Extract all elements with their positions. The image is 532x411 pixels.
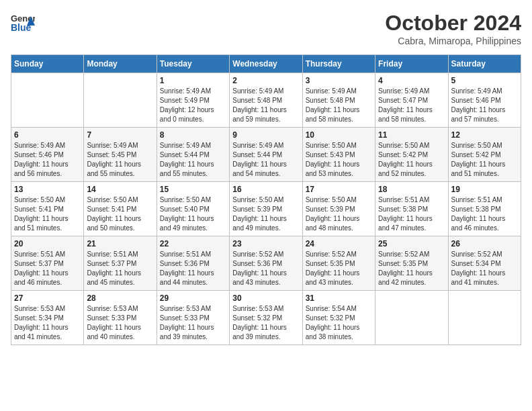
day-number: 25 xyxy=(378,239,445,248)
calendar-table: Sunday Monday Tuesday Wednesday Thursday… xyxy=(11,54,521,345)
table-row: 7Sunrise: 5:49 AM Sunset: 5:45 PM Daylig… xyxy=(84,128,157,182)
page-subtitle: Cabra, Mimaropa, Philippines xyxy=(385,36,521,46)
table-row: 31Sunrise: 5:54 AM Sunset: 5:32 PM Dayli… xyxy=(302,291,375,345)
table-row: 24Sunrise: 5:52 AM Sunset: 5:35 PM Dayli… xyxy=(302,236,375,291)
day-number: 7 xyxy=(87,130,153,140)
day-number: 20 xyxy=(14,239,81,248)
col-thursday: Thursday xyxy=(302,55,375,73)
table-row: 2Sunrise: 5:49 AM Sunset: 5:48 PM Daylig… xyxy=(230,73,302,128)
calendar-week-row: 1Sunrise: 5:49 AM Sunset: 5:49 PM Daylig… xyxy=(11,73,521,128)
table-row: 17Sunrise: 5:50 AM Sunset: 5:39 PM Dayli… xyxy=(302,182,375,236)
day-number: 3 xyxy=(306,76,372,85)
table-row: 29Sunrise: 5:53 AM Sunset: 5:33 PM Dayli… xyxy=(157,291,229,345)
day-info: Sunrise: 5:53 AM Sunset: 5:33 PM Dayligh… xyxy=(87,304,153,342)
day-number: 18 xyxy=(378,185,445,194)
day-info: Sunrise: 5:50 AM Sunset: 5:41 PM Dayligh… xyxy=(14,195,81,233)
calendar-week-row: 13Sunrise: 5:50 AM Sunset: 5:41 PM Dayli… xyxy=(11,182,521,236)
day-info: Sunrise: 5:49 AM Sunset: 5:49 PM Dayligh… xyxy=(160,87,226,124)
table-row xyxy=(448,291,521,345)
table-row: 5Sunrise: 5:49 AM Sunset: 5:46 PM Daylig… xyxy=(448,73,521,128)
table-row: 3Sunrise: 5:49 AM Sunset: 5:48 PM Daylig… xyxy=(302,73,375,128)
day-info: Sunrise: 5:51 AM Sunset: 5:38 PM Dayligh… xyxy=(451,195,518,233)
day-number: 13 xyxy=(14,185,81,194)
day-number: 17 xyxy=(306,185,372,194)
day-info: Sunrise: 5:49 AM Sunset: 5:46 PM Dayligh… xyxy=(14,141,81,179)
day-info: Sunrise: 5:52 AM Sunset: 5:34 PM Dayligh… xyxy=(451,250,518,287)
table-row: 21Sunrise: 5:51 AM Sunset: 5:37 PM Dayli… xyxy=(84,236,157,291)
page-header: General Blue October 2024 Cabra, Mimarop… xyxy=(11,11,521,46)
table-row: 1Sunrise: 5:49 AM Sunset: 5:49 PM Daylig… xyxy=(157,73,229,128)
table-row: 19Sunrise: 5:51 AM Sunset: 5:38 PM Dayli… xyxy=(448,182,521,236)
day-number: 9 xyxy=(232,130,299,140)
day-info: Sunrise: 5:50 AM Sunset: 5:39 PM Dayligh… xyxy=(232,195,299,233)
table-row: 27Sunrise: 5:53 AM Sunset: 5:34 PM Dayli… xyxy=(11,291,84,345)
day-number: 1 xyxy=(160,76,226,85)
col-tuesday: Tuesday xyxy=(157,55,229,73)
day-info: Sunrise: 5:52 AM Sunset: 5:35 PM Dayligh… xyxy=(378,250,445,287)
day-number: 21 xyxy=(87,239,153,248)
table-row: 13Sunrise: 5:50 AM Sunset: 5:41 PM Dayli… xyxy=(11,182,84,236)
day-info: Sunrise: 5:49 AM Sunset: 5:48 PM Dayligh… xyxy=(232,87,299,124)
day-info: Sunrise: 5:51 AM Sunset: 5:38 PM Dayligh… xyxy=(378,195,445,233)
col-sunday: Sunday xyxy=(11,55,84,73)
table-row: 8Sunrise: 5:49 AM Sunset: 5:44 PM Daylig… xyxy=(157,128,229,182)
day-info: Sunrise: 5:49 AM Sunset: 5:45 PM Dayligh… xyxy=(87,141,153,179)
col-friday: Friday xyxy=(375,55,448,73)
table-row: 4Sunrise: 5:49 AM Sunset: 5:47 PM Daylig… xyxy=(375,73,448,128)
day-number: 16 xyxy=(232,185,299,194)
day-info: Sunrise: 5:52 AM Sunset: 5:35 PM Dayligh… xyxy=(306,250,372,287)
day-info: Sunrise: 5:51 AM Sunset: 5:36 PM Dayligh… xyxy=(160,250,226,287)
day-number: 14 xyxy=(87,185,153,194)
day-info: Sunrise: 5:50 AM Sunset: 5:43 PM Dayligh… xyxy=(306,141,372,179)
day-info: Sunrise: 5:49 AM Sunset: 5:46 PM Dayligh… xyxy=(451,87,518,124)
day-info: Sunrise: 5:53 AM Sunset: 5:32 PM Dayligh… xyxy=(232,304,299,342)
day-info: Sunrise: 5:51 AM Sunset: 5:37 PM Dayligh… xyxy=(87,250,153,287)
table-row: 12Sunrise: 5:50 AM Sunset: 5:42 PM Dayli… xyxy=(448,128,521,182)
calendar-week-row: 20Sunrise: 5:51 AM Sunset: 5:37 PM Dayli… xyxy=(11,236,521,291)
table-row: 28Sunrise: 5:53 AM Sunset: 5:33 PM Dayli… xyxy=(84,291,157,345)
day-number: 24 xyxy=(306,239,372,248)
day-info: Sunrise: 5:50 AM Sunset: 5:40 PM Dayligh… xyxy=(160,195,226,233)
day-info: Sunrise: 5:49 AM Sunset: 5:47 PM Dayligh… xyxy=(378,87,445,124)
day-info: Sunrise: 5:50 AM Sunset: 5:42 PM Dayligh… xyxy=(451,141,518,179)
day-number: 10 xyxy=(306,130,372,140)
day-info: Sunrise: 5:54 AM Sunset: 5:32 PM Dayligh… xyxy=(306,304,372,342)
day-info: Sunrise: 5:51 AM Sunset: 5:37 PM Dayligh… xyxy=(14,250,81,287)
calendar-week-row: 27Sunrise: 5:53 AM Sunset: 5:34 PM Dayli… xyxy=(11,291,521,345)
day-info: Sunrise: 5:52 AM Sunset: 5:36 PM Dayligh… xyxy=(232,250,299,287)
day-number: 23 xyxy=(232,239,299,248)
day-info: Sunrise: 5:49 AM Sunset: 5:44 PM Dayligh… xyxy=(232,141,299,179)
day-number: 12 xyxy=(451,130,518,140)
day-number: 26 xyxy=(451,239,518,248)
table-row: 18Sunrise: 5:51 AM Sunset: 5:38 PM Dayli… xyxy=(375,182,448,236)
table-row: 14Sunrise: 5:50 AM Sunset: 5:41 PM Dayli… xyxy=(84,182,157,236)
day-info: Sunrise: 5:50 AM Sunset: 5:41 PM Dayligh… xyxy=(87,195,153,233)
table-row: 16Sunrise: 5:50 AM Sunset: 5:39 PM Dayli… xyxy=(230,182,302,236)
day-info: Sunrise: 5:49 AM Sunset: 5:44 PM Dayligh… xyxy=(160,141,226,179)
day-info: Sunrise: 5:50 AM Sunset: 5:42 PM Dayligh… xyxy=(378,141,445,179)
calendar-week-row: 6Sunrise: 5:49 AM Sunset: 5:46 PM Daylig… xyxy=(11,128,521,182)
table-row: 9Sunrise: 5:49 AM Sunset: 5:44 PM Daylig… xyxy=(230,128,302,182)
day-number: 28 xyxy=(87,293,153,303)
day-number: 15 xyxy=(160,185,226,194)
day-number: 19 xyxy=(451,185,518,194)
day-number: 22 xyxy=(160,239,226,248)
day-number: 27 xyxy=(14,293,81,303)
table-row: 22Sunrise: 5:51 AM Sunset: 5:36 PM Dayli… xyxy=(157,236,229,291)
table-row: 11Sunrise: 5:50 AM Sunset: 5:42 PM Dayli… xyxy=(375,128,448,182)
day-number: 11 xyxy=(378,130,445,140)
table-row xyxy=(11,73,84,128)
col-saturday: Saturday xyxy=(448,55,521,73)
day-info: Sunrise: 5:53 AM Sunset: 5:33 PM Dayligh… xyxy=(160,304,226,342)
day-info: Sunrise: 5:50 AM Sunset: 5:39 PM Dayligh… xyxy=(306,195,372,233)
table-row: 26Sunrise: 5:52 AM Sunset: 5:34 PM Dayli… xyxy=(448,236,521,291)
table-row: 6Sunrise: 5:49 AM Sunset: 5:46 PM Daylig… xyxy=(11,128,84,182)
col-wednesday: Wednesday xyxy=(230,55,302,73)
day-info: Sunrise: 5:49 AM Sunset: 5:48 PM Dayligh… xyxy=(306,87,372,124)
table-row xyxy=(84,73,157,128)
day-number: 6 xyxy=(14,130,81,140)
day-number: 5 xyxy=(451,76,518,85)
table-row: 25Sunrise: 5:52 AM Sunset: 5:35 PM Dayli… xyxy=(375,236,448,291)
table-row: 10Sunrise: 5:50 AM Sunset: 5:43 PM Dayli… xyxy=(302,128,375,182)
col-monday: Monday xyxy=(84,55,157,73)
